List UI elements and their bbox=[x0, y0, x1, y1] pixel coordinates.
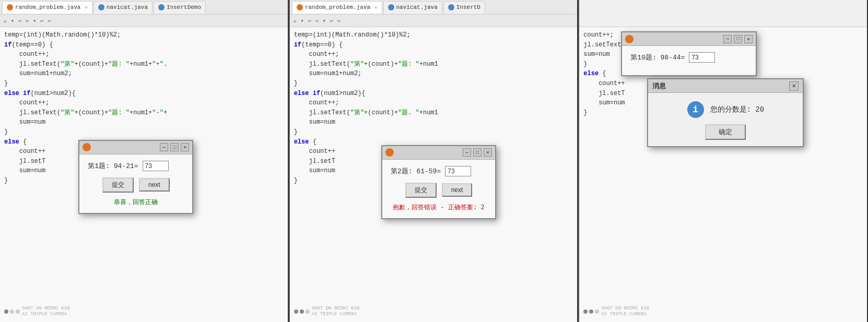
status-text-1: 恭喜，回答正确 bbox=[88, 198, 184, 207]
code-line: temp=(int)(Math.random()*10)%2; bbox=[294, 30, 573, 40]
tab-navicat-1[interactable]: navicat.java bbox=[93, 1, 153, 14]
dialog-body-1: 第1题: 94-21= 提交 next 恭喜，回答正确 bbox=[79, 154, 192, 213]
info-icon: i bbox=[687, 101, 704, 118]
submit-button-2[interactable]: 提交 bbox=[405, 183, 437, 198]
tab-bar-1: random_problem.java ✕ navicat.java Inser… bbox=[0, 0, 288, 15]
main-question-row: 第10题: 98-44= bbox=[630, 52, 747, 63]
toolbar-icon-6: ↩ bbox=[39, 17, 45, 25]
minimize-button-1[interactable]: — bbox=[160, 143, 168, 151]
code-line: jl.setText("第"+(count)+"题: "+num1+"-"+ bbox=[4, 108, 284, 118]
titlebar-left-1 bbox=[83, 143, 91, 151]
titlebar-controls-2: — □ ✕ bbox=[463, 148, 492, 157]
titlebar-1: — □ ✕ bbox=[79, 141, 192, 154]
java-icon-3 bbox=[158, 4, 165, 10]
main-minimize-button[interactable]: — bbox=[723, 35, 732, 43]
question-row-1: 第1题: 94-21= bbox=[88, 161, 184, 171]
main-close-button[interactable]: ✕ bbox=[744, 35, 753, 43]
btn-row-1: 提交 next bbox=[88, 177, 184, 193]
titlebar-left-2 bbox=[385, 148, 394, 157]
code-line: count++; bbox=[294, 50, 573, 59]
cam-text-1: SHOT ON REDMI K20 AI TRIPLE CAMERA bbox=[22, 306, 70, 318]
cam-dot-3 bbox=[16, 309, 20, 314]
cam-dot-4 bbox=[294, 309, 298, 314]
java-icon-2 bbox=[98, 4, 104, 10]
toolbar-icon-2: ▾ bbox=[9, 17, 16, 25]
message-titlebar: 消息 ✕ bbox=[648, 79, 803, 93]
cam-dot-1 bbox=[4, 309, 8, 314]
code-line: sum=num bbox=[4, 117, 284, 127]
tab-insertdemo-1[interactable]: InsertDemo bbox=[154, 1, 206, 14]
watermark-1: SHOT ON REDMI K20 AI TRIPLE CAMERA bbox=[4, 306, 70, 318]
panel3-header bbox=[579, 0, 867, 27]
next-button-2[interactable]: next bbox=[442, 183, 473, 197]
app-icon-2 bbox=[385, 148, 394, 157]
code-line: count++; bbox=[294, 98, 573, 108]
message-dialog-container: 消息 ✕ i 您的分数是: 20 确定 bbox=[647, 78, 804, 147]
cam-text-3: SHOT ON REDMI K20 AI TRIPLE CAMERA bbox=[601, 306, 649, 318]
code-line: else if(num1>num2){ bbox=[4, 89, 284, 99]
code-line: temp=(int)(Math.random()*10)%2; bbox=[4, 30, 284, 40]
toolbar-icon-5: ▾ bbox=[31, 17, 38, 25]
minimize-button-2[interactable]: — bbox=[463, 148, 471, 157]
toolbar-icon-7: ↪ bbox=[46, 17, 52, 25]
message-content: i 您的分数是: 20 bbox=[687, 101, 765, 118]
toolbar-icon-8: ☕ bbox=[292, 17, 298, 25]
java-icon-6 bbox=[448, 4, 454, 10]
submit-button-1[interactable]: 提交 bbox=[102, 177, 134, 193]
code-line: count++; bbox=[4, 98, 284, 108]
code-line: jl.setText("第"+(count)+"题: "+num1 bbox=[294, 59, 573, 69]
cam-dot-6 bbox=[306, 309, 310, 314]
tab-bar-2: random_problem.java ✕ navicat.java Inser… bbox=[290, 0, 578, 15]
maximize-button-2[interactable]: □ bbox=[473, 148, 482, 157]
cam-dot-5 bbox=[300, 309, 304, 314]
answer-input-1[interactable] bbox=[143, 161, 169, 171]
code-line: } bbox=[294, 79, 573, 89]
message-body: i 您的分数是: 20 确定 bbox=[648, 93, 803, 146]
main-answer-input[interactable] bbox=[689, 52, 715, 63]
toolbar-icon-10: ↩ bbox=[307, 17, 313, 25]
message-text: 您的分数是: 20 bbox=[710, 105, 765, 114]
toolbar-icon-12: ▾ bbox=[321, 17, 327, 25]
java-window-2: — □ ✕ 第2题: 61-59= 提交 next 抱歉，回答错误 - 正确答案… bbox=[381, 145, 496, 219]
app-icon-1 bbox=[83, 143, 91, 151]
tab-random-problem-1[interactable]: random_problem.java ✕ bbox=[2, 1, 92, 14]
toolbar-icon-1: ☕ bbox=[2, 17, 8, 25]
message-ok-button[interactable]: 确定 bbox=[705, 124, 746, 140]
status-text-2: 抱歉，回答错误 - 正确答案: 2 bbox=[391, 203, 487, 212]
answer-input-2[interactable] bbox=[445, 166, 471, 176]
code-line: } bbox=[294, 127, 573, 137]
cam-text-2: SHOT ON REDMI K20 AI TRIPLE CAMERA bbox=[312, 306, 360, 318]
tab-random-problem-2[interactable]: random_problem.java ✕ bbox=[292, 1, 382, 14]
message-title: 消息 bbox=[652, 81, 666, 91]
cam-dots-1 bbox=[4, 309, 20, 314]
code-line: count++; bbox=[4, 50, 284, 59]
main-maximize-button[interactable]: □ bbox=[734, 35, 742, 43]
toolbar-icon-3: ↩ bbox=[17, 17, 23, 25]
toolbar-icon-9: ▾ bbox=[299, 17, 306, 25]
panel-1: random_problem.java ✕ navicat.java Inser… bbox=[0, 0, 289, 322]
main-titlebar-controls: — □ ✕ bbox=[723, 35, 753, 43]
next-button-1[interactable]: next bbox=[139, 178, 170, 192]
code-line: } bbox=[4, 79, 284, 89]
code-line: if(temp==0) { bbox=[4, 40, 284, 50]
close-button-1[interactable]: ✕ bbox=[181, 143, 189, 151]
tab-insertdemo-2[interactable]: InsertD bbox=[443, 1, 485, 14]
toolbar-2: ☕ ▾ ↩ ↪ ▾ ↩ ↪ bbox=[290, 15, 578, 27]
watermark-2: SHOT ON REDMI K20 AI TRIPLE CAMERA bbox=[294, 306, 360, 318]
toolbar-icon-14: ↪ bbox=[336, 17, 342, 25]
panel-2: random_problem.java ✕ navicat.java Inser… bbox=[290, 0, 579, 322]
close-button-2[interactable]: ✕ bbox=[484, 148, 492, 157]
code-line: } bbox=[4, 127, 284, 137]
code-line: jl.setText("第"+(count)+"题. "+num1 bbox=[294, 108, 573, 118]
code-line: jl.setText("第"+(count)+"题: "+num1+"+". bbox=[4, 59, 284, 69]
message-close-button[interactable]: ✕ bbox=[789, 81, 799, 91]
dialog-body-2: 第2题: 61-59= 提交 next 抱歉，回答错误 - 正确答案: 2 bbox=[382, 160, 495, 218]
main-titlebar: — □ ✕ bbox=[622, 32, 756, 46]
tab-navicat-2[interactable]: navicat.java bbox=[383, 1, 442, 14]
java-icon-1 bbox=[7, 4, 13, 10]
titlebar-2: — □ ✕ bbox=[382, 146, 495, 160]
main-question-label: 第10题: 98-44= bbox=[630, 53, 685, 62]
cam-dots-2 bbox=[294, 309, 310, 314]
maximize-button-1[interactable]: □ bbox=[170, 143, 179, 151]
main-titlebar-left bbox=[625, 35, 634, 43]
